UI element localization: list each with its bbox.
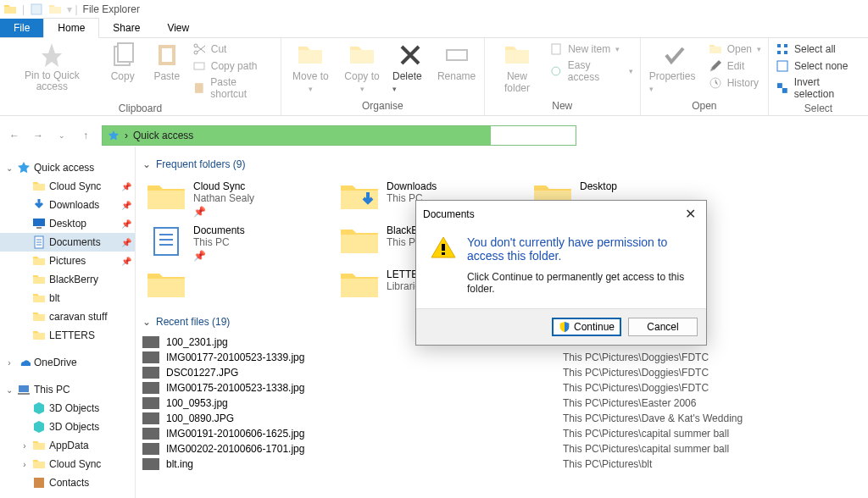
recent-locations-button[interactable]: ⌄ <box>54 128 70 143</box>
invert-selection-button[interactable]: Invert selection <box>774 75 863 101</box>
group-organise: Move to Copy to Delete Rename Organise <box>281 38 485 115</box>
pin-icon: 📌 <box>121 219 131 229</box>
qat-newfolder-icon[interactable] <box>48 3 62 16</box>
qat-properties-icon[interactable] <box>30 3 43 16</box>
copy-to-button[interactable]: Copy to <box>338 40 386 96</box>
recent-file-row[interactable]: IMG00175-20100523-1338.jpgThis PC\Pictur… <box>142 380 861 396</box>
address-bar[interactable]: › Quick access <box>102 125 576 146</box>
file-path: This PC\Pictures\Doggies\FDTC <box>563 351 709 363</box>
file-path: This PC\Pictures\Doggies\FDTC <box>563 367 709 379</box>
group-open: Properties Open Edit History Open <box>641 38 769 115</box>
pin-to-quick-access-button[interactable]: Pin to Quick access <box>5 40 99 94</box>
thumbnail <box>142 397 159 409</box>
desktop-icon <box>32 217 46 230</box>
sidebar-item[interactable]: LETTERS <box>0 326 135 345</box>
dialog-close-button[interactable]: ✕ <box>682 206 699 222</box>
copy-path-button[interactable]: Copy path <box>191 58 275 74</box>
recent-file-row[interactable]: IMG00191-20100606-1625.jpgThis PC\Pictur… <box>142 426 861 441</box>
star-icon <box>108 130 120 141</box>
pin-icon: 📌 <box>121 182 131 191</box>
cut-button[interactable]: Cut <box>191 42 275 57</box>
sidebar-item[interactable]: ›AppData <box>0 436 135 455</box>
sidebar-item[interactable]: Pictures📌 <box>0 252 135 270</box>
continue-button[interactable]: Continue <box>552 318 621 336</box>
sidebar-item[interactable]: blt <box>0 289 135 307</box>
pin-icon: 📌 <box>121 201 131 210</box>
sidebar-item[interactable]: ›OneDrive <box>0 353 135 372</box>
folder-y-icon <box>32 291 46 305</box>
sidebar-item[interactable]: 3D Objects <box>0 418 135 436</box>
recent-files-list: 100_2301.jpgIMG00177-20100523-1339.jpgTh… <box>142 335 861 472</box>
svg-rect-18 <box>162 48 172 62</box>
select-all-button[interactable]: Select all <box>774 42 863 57</box>
sidebar-item[interactable]: ⌄This PC <box>0 380 135 399</box>
sidebar-item[interactable]: Desktop📌 <box>0 214 135 233</box>
sidebar-item[interactable]: 3D Objects <box>0 399 135 418</box>
recent-file-row[interactable]: blt.ingThis PC\Pictures\blt <box>142 456 861 472</box>
group-label-clipboard: Clipboard <box>5 101 275 118</box>
folder-card[interactable] <box>142 265 336 306</box>
edit-button[interactable]: Edit <box>707 58 763 74</box>
sidebar-item[interactable]: ⌄Quick access <box>0 158 135 177</box>
history-button[interactable]: History <box>707 75 763 91</box>
folder-y-icon <box>32 310 46 324</box>
recent-file-row[interactable]: IMG00177-20100523-1339.jpgThis PC\Pictur… <box>142 350 861 365</box>
folder-card[interactable]: DocumentsThis PC📌 <box>142 221 336 265</box>
3d-icon <box>32 401 46 415</box>
pin-icon: 📌 <box>121 257 131 266</box>
sidebar-item[interactable]: ›Cloud Sync <box>0 455 135 473</box>
svg-rect-27 <box>782 88 787 93</box>
svg-rect-28 <box>154 228 178 255</box>
folder-card[interactable]: Cloud SyncNathan Sealy📌 <box>142 177 336 221</box>
select-none-button[interactable]: Select none <box>774 58 863 74</box>
move-to-button[interactable]: Move to <box>287 40 335 96</box>
sidebar-item[interactable]: Documents📌 <box>0 233 135 252</box>
recent-file-row[interactable]: 100_0890.JPGThis PC\Pictures\Dave & Kat'… <box>142 411 861 426</box>
sidebar-item[interactable]: Contacts <box>0 473 135 492</box>
frequent-folders-header[interactable]: Frequent folders (9) <box>142 158 861 170</box>
new-folder-button[interactable]: New folder <box>490 40 544 96</box>
svg-rect-16 <box>118 43 133 62</box>
tab-file[interactable]: File <box>0 19 43 37</box>
sidebar-item[interactable]: Downloads📌 <box>0 196 135 214</box>
title-bar: | ▾ | File Explorer <box>0 0 868 19</box>
file-name: DSC01227.JPG <box>166 367 556 379</box>
back-button[interactable]: ← <box>7 128 22 143</box>
recent-file-row[interactable]: IMG00202-20100606-1701.jpgThis PC\Pictur… <box>142 441 861 456</box>
new-item-button[interactable]: New item <box>548 42 635 57</box>
sidebar-item-label: OneDrive <box>34 357 77 368</box>
properties-button[interactable]: Properties <box>646 40 704 96</box>
easy-access-button[interactable]: Easy access <box>548 58 635 84</box>
address-separator: › <box>125 130 128 141</box>
open-button[interactable]: Open <box>707 42 763 57</box>
documents-icon <box>146 224 186 258</box>
3d-icon <box>32 420 46 434</box>
nav-pane[interactable]: ⌄Quick accessCloud Sync📌Downloads📌Deskto… <box>0 147 136 498</box>
file-name: blt.ing <box>166 458 556 470</box>
recent-file-row[interactable]: 100_0953.jpgThis PC\Pictures\Easter 2006 <box>142 396 861 411</box>
up-button[interactable]: ↑ <box>78 128 93 143</box>
rename-button[interactable]: Rename <box>434 40 478 84</box>
sidebar-item[interactable]: caravan stuff <box>0 307 135 326</box>
tab-home[interactable]: Home <box>43 18 99 38</box>
file-path: This PC\Pictures\Easter 2006 <box>563 397 696 409</box>
delete-button[interactable]: Delete <box>389 40 431 96</box>
dialog-message: You don't currently have permission to a… <box>467 235 693 263</box>
svg-rect-21 <box>447 50 467 60</box>
tab-view[interactable]: View <box>153 19 203 37</box>
thumbnail <box>142 382 159 394</box>
forward-button[interactable]: → <box>31 128 46 143</box>
recent-file-row[interactable]: DSC01227.JPGThis PC\Pictures\Doggies\FDT… <box>142 365 861 380</box>
sidebar-item[interactable]: Cloud Sync📌 <box>0 177 135 196</box>
download-icon <box>32 198 46 212</box>
paste-button[interactable]: Paste <box>147 40 187 84</box>
cancel-button[interactable]: Cancel <box>628 318 698 336</box>
sidebar-item[interactable]: BlackBerry <box>0 270 135 289</box>
file-name: IMG00191-20100606-1625.jpg <box>166 428 556 440</box>
folder-location: This PC <box>193 236 245 248</box>
copy-button[interactable]: Copy <box>103 40 143 84</box>
qat-separator: | <box>22 3 25 15</box>
paste-shortcut-button[interactable]: Paste shortcut <box>191 75 275 101</box>
tab-share[interactable]: Share <box>99 19 153 37</box>
sidebar-item-label: This PC <box>34 384 70 396</box>
